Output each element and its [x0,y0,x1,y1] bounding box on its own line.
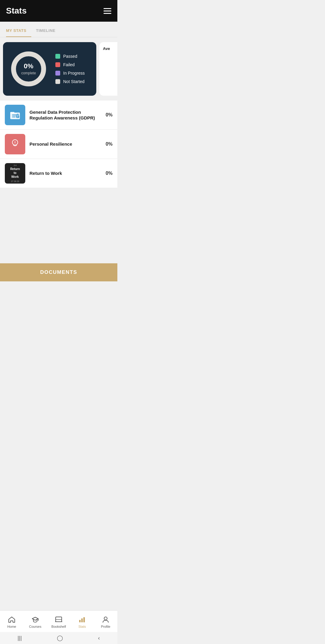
in-progress-dot [55,71,60,76]
course-percent-rtw: 0% [106,171,113,176]
passed-dot [55,54,60,59]
donut-card: 0% complete Passed Failed In Progress [3,42,96,96]
tab-my-stats[interactable]: MY STATS [6,28,31,37]
stats-area: 0% complete Passed Failed In Progress [0,37,117,101]
chart-legend: Passed Failed In Progress Not Started [55,54,85,84]
in-progress-label: In Progress [63,71,85,76]
tab-timeline[interactable]: TIMELINE [36,28,60,37]
failed-dot [55,62,60,67]
svg-rect-6 [12,117,16,117]
menu-button[interactable] [104,8,111,14]
not-started-label: Not Started [63,79,85,84]
legend-failed: Failed [55,62,85,67]
legend-in-progress: In Progress [55,71,85,76]
course-info-resilience: Personal Resilience [29,141,101,147]
donut-percent: 0% [21,62,36,70]
course-item-rtw[interactable]: 3 4 Return to Work 27 28 29 Return to Wo… [0,159,117,188]
course-item-resilience[interactable]: Personal Resilience 0% [0,130,117,159]
course-name-gdpr: General Data Protection Regulation Aware… [29,110,95,121]
legend-passed: Passed [55,54,85,59]
passed-label: Passed [63,54,77,59]
donut-label: complete [21,71,36,75]
documents-label: DOCUMENTS [40,269,77,275]
course-percent-gdpr: 0% [106,112,113,118]
content-spacer [0,188,117,260]
course-item-gdpr[interactable]: General Data Protection Regulation Aware… [0,101,117,130]
course-info-gdpr: General Data Protection Regulation Aware… [29,109,101,121]
course-name-rtw: Return to Work [29,171,62,176]
donut-chart: 0% complete [9,49,48,88]
app-header: Stats [0,0,117,22]
course-list: General Data Protection Regulation Aware… [0,101,117,188]
legend-not-started: Not Started [55,79,85,84]
average-card: Ave [99,42,117,96]
course-info-rtw: Return to Work [29,170,101,176]
documents-button[interactable]: DOCUMENTS [0,263,117,281]
course-percent-resilience: 0% [106,141,113,147]
course-thumb-gdpr [5,105,25,125]
course-thumb-resilience [5,134,25,154]
svg-rect-3 [10,112,14,113]
avg-title: Ave [103,46,117,51]
page-title: Stats [6,6,26,16]
tab-bar: MY STATS TIMELINE [0,22,117,37]
course-name-resilience: Personal Resilience [29,141,72,147]
course-thumb-rtw: 3 4 Return to Work 27 28 29 [5,163,25,184]
svg-point-8 [17,116,18,117]
failed-label: Failed [63,62,75,67]
not-started-dot [55,79,60,84]
svg-rect-5 [12,116,17,116]
